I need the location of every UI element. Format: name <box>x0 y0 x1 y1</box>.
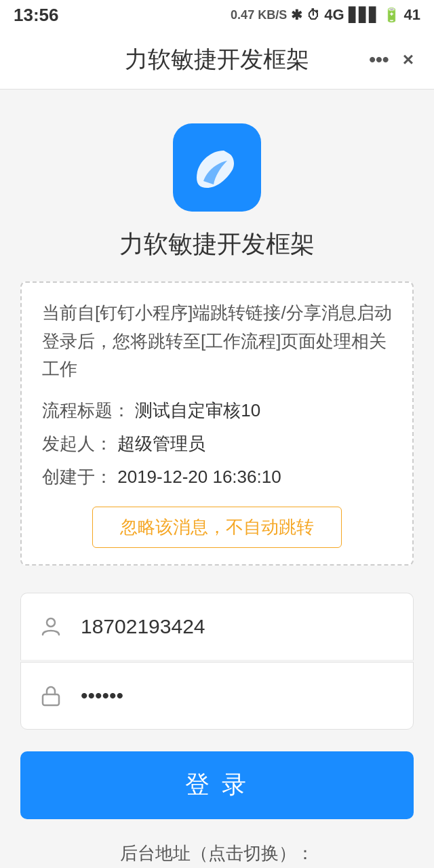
svg-rect-1 <box>43 694 59 705</box>
initiator-label: 发起人： <box>42 433 113 454</box>
info-initiator-row: 发起人： 超级管理员 <box>42 431 392 457</box>
logo-svg <box>186 144 248 191</box>
password-input[interactable] <box>81 663 394 729</box>
phone-input[interactable] <box>81 593 394 660</box>
status-bar: 13:56 0.47 KB/S ✱ ⏱ 4G ▋▋▋ 🔋 41 <box>0 0 434 30</box>
svg-point-0 <box>47 618 55 627</box>
ignore-btn-wrap: 忽略该消息，不自动跳转 <box>42 507 392 548</box>
bluetooth-icon: ✱ <box>291 7 302 23</box>
process-label: 流程标题： <box>42 400 130 420</box>
main-content: 力软敏捷开发框架 当前自[钉钉小程序]端跳转链接/分享消息启动登录后，您将跳转至… <box>0 90 434 868</box>
process-value: 测试自定审核10 <box>135 400 260 420</box>
app-name-label: 力软敏捷开发框架 <box>119 228 315 261</box>
phone-input-row <box>20 593 414 660</box>
info-process-row: 流程标题： 测试自定审核10 <box>42 397 392 424</box>
timer-icon: ⏱ <box>307 7 320 23</box>
user-icon <box>40 616 67 637</box>
title-actions: ••• × <box>359 49 414 71</box>
info-box: 当前自[钉钉小程序]端跳转链接/分享消息启动登录后，您将跳转至[工作流程]页面处… <box>20 281 414 566</box>
login-button[interactable]: 登 录 <box>20 751 414 819</box>
status-icons: 0.47 KB/S ✱ ⏱ 4G ▋▋▋ 🔋 41 <box>231 6 420 24</box>
created-value: 2019-12-20 16:36:10 <box>117 467 281 487</box>
info-description: 当前自[钉钉小程序]端跳转链接/分享消息启动登录后，您将跳转至[工作流程]页面处… <box>42 299 392 384</box>
app-title: 力软敏捷开发框架 <box>75 44 359 75</box>
battery-level: 41 <box>404 6 420 24</box>
app-logo <box>173 123 261 212</box>
close-button[interactable]: × <box>403 49 414 71</box>
signal-4g-icon: 4G <box>324 6 344 24</box>
initiator-value: 超级管理员 <box>117 433 205 454</box>
signal-bars-icon: ▋▋▋ <box>349 7 379 23</box>
backend-address: 后台地址（点击切换）： https://www.learun.cn/admsap… <box>47 840 388 868</box>
status-time: 13:56 <box>14 5 59 26</box>
login-form <box>20 593 414 731</box>
title-bar: 力软敏捷开发框架 ••• × <box>0 30 434 90</box>
network-speed-icon: 0.47 KB/S <box>231 8 287 22</box>
more-button[interactable]: ••• <box>369 49 389 71</box>
lock-icon <box>40 684 67 707</box>
battery-icon: 🔋 <box>383 7 400 23</box>
password-input-row <box>20 662 414 730</box>
info-created-row: 创建于： 2019-12-20 16:36:10 <box>42 464 392 490</box>
ignore-button[interactable]: 忽略该消息，不自动跳转 <box>92 507 342 548</box>
created-label: 创建于： <box>42 467 113 487</box>
backend-label: 后台地址（点击切换）： <box>120 843 314 863</box>
